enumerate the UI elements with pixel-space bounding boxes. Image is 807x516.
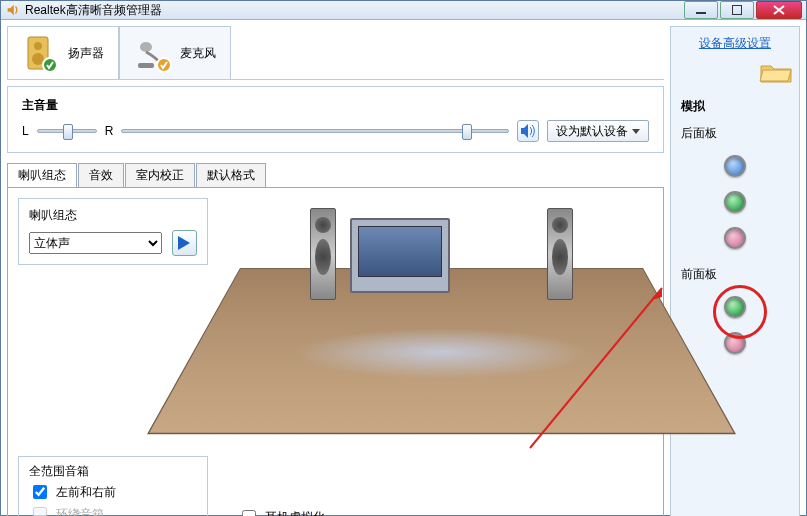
minimize-button[interactable]: [684, 1, 718, 19]
chk-front-lr-label: 左前和右前: [56, 484, 116, 501]
front-panel-label: 前面板: [681, 266, 717, 283]
tab-speaker[interactable]: 扬声器: [7, 26, 119, 79]
config-label: 喇叭组态: [29, 207, 197, 224]
fullrange-title: 全范围音箱: [29, 463, 197, 480]
jack-rear-blue[interactable]: [724, 155, 746, 177]
section-analog-label: 模拟: [681, 98, 705, 115]
svg-rect-7: [138, 63, 154, 68]
jack-rear-pink[interactable]: [724, 227, 746, 249]
chk-headphone-virt-label: 耳机虚拟化: [265, 509, 325, 517]
balance-right-label: R: [105, 124, 114, 138]
chk-front-lr[interactable]: 左前和右前: [29, 482, 197, 502]
svg-point-3: [34, 42, 42, 50]
test-play-button[interactable]: [172, 230, 197, 256]
sub-tabs: 喇叭组态 音效 室内校正 默认格式: [7, 163, 664, 188]
chk-surround-label: 环绕音箱: [56, 506, 104, 517]
volume-label: 主音量: [22, 97, 649, 114]
microphone-icon: [134, 33, 174, 73]
balance-left-label: L: [22, 124, 29, 138]
chk-front-lr-input[interactable]: [33, 485, 47, 499]
tab-speaker-label: 扬声器: [68, 45, 104, 62]
chk-surround-input: [33, 507, 47, 516]
subtab-config[interactable]: 喇叭组态: [7, 163, 77, 187]
chk-headphone-virt[interactable]: 耳机虚拟化: [238, 507, 325, 516]
window-title: Realtek高清晰音频管理器: [25, 2, 684, 19]
maximize-button[interactable]: [720, 1, 754, 19]
speaker-scene: [230, 198, 653, 448]
advanced-settings-link[interactable]: 设备高级设置: [699, 35, 771, 52]
left-speaker-icon: [310, 208, 336, 300]
rear-panel-label: 后面板: [681, 125, 717, 142]
chevron-down-icon: [632, 129, 640, 134]
chk-headphone-virt-input[interactable]: [242, 510, 256, 516]
tab-microphone[interactable]: 麦克风: [119, 26, 231, 79]
speaker-icon: [22, 33, 62, 73]
svg-point-4: [32, 53, 44, 65]
tab-microphone-label: 麦克风: [180, 45, 216, 62]
mute-button[interactable]: [517, 120, 539, 142]
titlebar: Realtek高清晰音频管理器: [1, 1, 806, 20]
speaker-realtek-icon: [5, 3, 19, 17]
set-default-button[interactable]: 设为默认设备: [547, 120, 649, 142]
close-button[interactable]: [756, 1, 802, 19]
sound-icon: [520, 124, 536, 138]
subtab-effect[interactable]: 音效: [78, 163, 124, 187]
volume-slider[interactable]: [121, 129, 509, 133]
svg-rect-0: [696, 12, 706, 14]
svg-rect-1: [732, 5, 742, 15]
svg-point-6: [140, 42, 152, 52]
folder-icon[interactable]: [759, 60, 793, 84]
speaker-config-select[interactable]: 立体声: [29, 232, 162, 254]
set-default-label: 设为默认设备: [556, 123, 628, 140]
tv-icon: [350, 218, 450, 293]
play-icon: [178, 236, 190, 250]
subtab-format[interactable]: 默认格式: [196, 163, 266, 187]
balance-slider[interactable]: [37, 129, 97, 133]
subtab-room[interactable]: 室内校正: [125, 163, 195, 187]
device-tabs: 扬声器 麦克风: [7, 26, 664, 80]
right-speaker-icon: [547, 208, 573, 300]
jack-front-green[interactable]: [724, 296, 746, 318]
jack-rear-green[interactable]: [724, 191, 746, 213]
chk-surround[interactable]: 环绕音箱: [29, 504, 197, 516]
